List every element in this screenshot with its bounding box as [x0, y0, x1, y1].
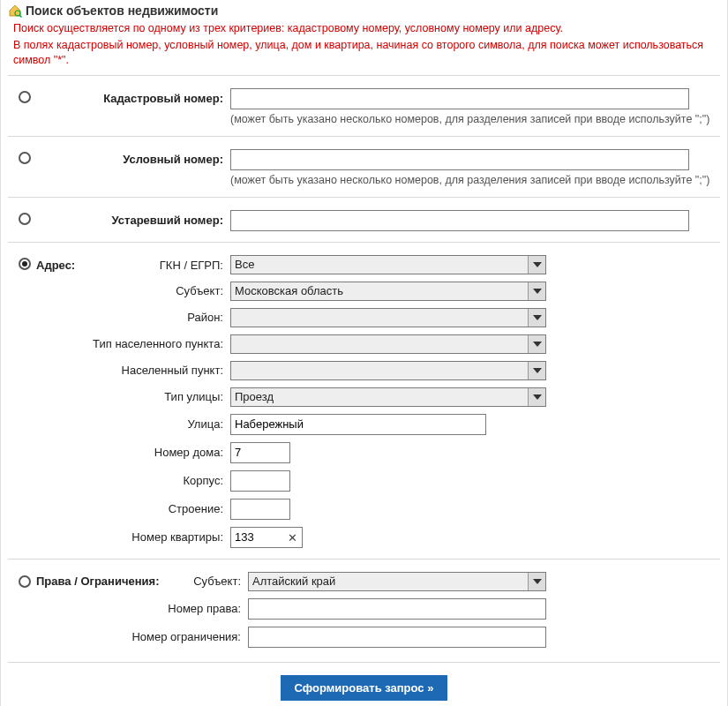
submit-button[interactable]: Сформировать запрос »	[281, 675, 448, 701]
input-conditional[interactable]	[230, 149, 689, 170]
svg-line-1	[19, 15, 22, 18]
label-district: Район:	[8, 311, 230, 324]
label-conditional: Условный номер:	[123, 153, 223, 166]
chevron-down-icon	[528, 388, 545, 406]
radio-cadastral[interactable]	[19, 91, 31, 103]
label-street-type: Тип улицы:	[8, 390, 230, 403]
select-street-type[interactable]: Проезд	[230, 387, 546, 407]
label-right-number: Номер права:	[8, 602, 248, 615]
hint-cadastral: (может быть указано несколько номеров, д…	[230, 109, 720, 125]
label-flat: Номер квартиры:	[8, 530, 230, 544]
input-right-number[interactable]	[248, 598, 546, 620]
select-gkn-value: Все	[235, 258, 254, 271]
search-note-line1: Поиск осуществляется по одному из трех к…	[8, 19, 720, 36]
label-rights: Права / Ограничения:	[31, 575, 172, 588]
page-title-row: Поиск объектов недвижимости	[8, 4, 720, 19]
label-korpus: Корпус:	[8, 474, 230, 487]
chevron-down-icon	[528, 362, 545, 379]
select-subject[interactable]: Московская область	[230, 282, 546, 301]
label-gkn: ГКН / ЕГРП:	[160, 259, 223, 272]
label-address: Адрес:	[31, 259, 75, 272]
chevron-down-icon	[528, 335, 545, 353]
clear-flat-icon[interactable]: ✕	[288, 530, 297, 544]
page-title: Поиск объектов недвижимости	[26, 4, 218, 18]
input-korpus[interactable]	[230, 470, 290, 492]
select-subject-value: Московская область	[235, 284, 343, 297]
chevron-down-icon	[528, 256, 545, 274]
select-street-type-value: Проезд	[235, 390, 274, 403]
label-rights-subject: Субъект:	[172, 575, 248, 588]
chevron-down-icon	[528, 282, 545, 300]
label-obsolete: Устаревший номер:	[112, 214, 223, 227]
chevron-down-icon	[528, 573, 545, 590]
label-street: Улица:	[8, 417, 230, 431]
radio-address[interactable]	[19, 258, 31, 270]
select-settlement-type[interactable]	[230, 334, 546, 354]
search-note-line2: В полях кадастровый номер, условный номе…	[8, 36, 720, 68]
radio-rights[interactable]	[19, 575, 31, 588]
input-house[interactable]	[230, 442, 290, 463]
select-settlement[interactable]	[230, 361, 546, 380]
label-cadastral: Кадастровый номер:	[103, 92, 223, 105]
select-district[interactable]	[230, 308, 546, 327]
input-obsolete[interactable]	[230, 210, 689, 231]
input-cadastral[interactable]	[230, 88, 689, 109]
chevron-down-icon	[528, 309, 545, 327]
select-rights-subject-value: Алтайский край	[252, 575, 335, 588]
label-subject: Субъект:	[8, 284, 230, 297]
input-street[interactable]	[230, 414, 486, 435]
radio-conditional[interactable]	[19, 152, 31, 164]
label-house: Номер дома:	[8, 446, 230, 459]
select-gkn[interactable]: Все	[230, 255, 546, 274]
label-settlement-type: Тип населенного пункта:	[8, 337, 230, 350]
input-building[interactable]	[230, 499, 290, 520]
label-settlement: Населенный пункт:	[8, 364, 230, 377]
label-restriction-number: Номер ограничения:	[8, 630, 248, 643]
select-rights-subject[interactable]: Алтайский край	[248, 572, 546, 591]
label-building: Строение:	[8, 502, 230, 515]
radio-obsolete[interactable]	[19, 213, 31, 225]
hint-conditional: (может быть указано несколько номеров, д…	[230, 170, 720, 186]
input-restriction-number[interactable]	[248, 627, 546, 648]
house-search-icon	[8, 4, 22, 18]
